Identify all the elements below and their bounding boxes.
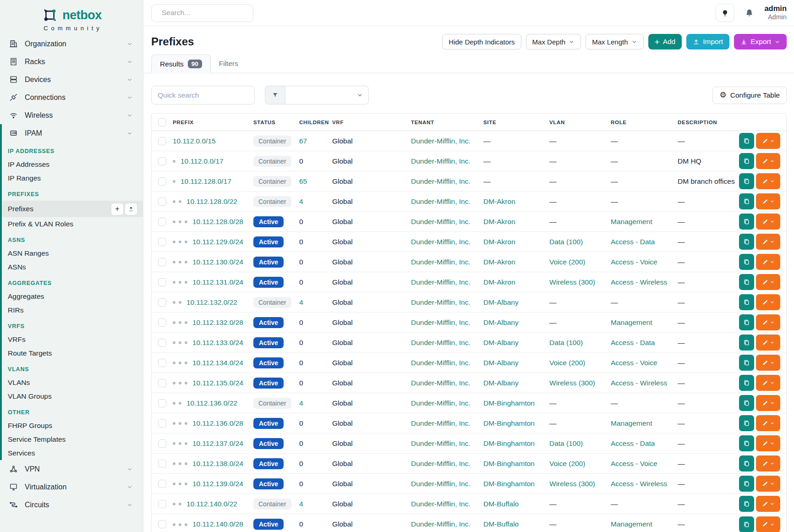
children-count-link[interactable]: 4 bbox=[299, 197, 303, 205]
tenant-link[interactable]: Dunder-Mifflin, Inc. bbox=[411, 197, 471, 205]
row-checkbox[interactable] bbox=[158, 379, 166, 387]
vlan-link[interactable]: Wireless (300) bbox=[549, 379, 595, 387]
prefix-link[interactable]: 10.112.133.0/24 bbox=[192, 339, 243, 346]
vlan-link[interactable]: Wireless (300) bbox=[549, 480, 595, 488]
sidebar-item-ip-addresses[interactable]: IP Addresses bbox=[2, 158, 143, 171]
edit-button[interactable] bbox=[756, 214, 780, 230]
sidebar-item-prefix-vlan-roles[interactable]: Prefix & VLAN Roles bbox=[2, 217, 143, 231]
row-checkbox[interactable] bbox=[158, 399, 166, 407]
copy-button[interactable] bbox=[739, 435, 754, 451]
sidebar-item-asns[interactable]: ASNs bbox=[2, 260, 143, 274]
prefix-link[interactable]: 10.112.136.0/22 bbox=[186, 399, 237, 407]
sidebar-item-ip-ranges[interactable]: IP Ranges bbox=[2, 171, 143, 185]
copy-button[interactable] bbox=[739, 415, 754, 431]
tenant-link[interactable]: Dunder-Mifflin, Inc. bbox=[411, 157, 471, 165]
prefix-link[interactable]: 10.112.138.0/24 bbox=[192, 460, 243, 467]
tenant-link[interactable]: Dunder-Mifflin, Inc. bbox=[411, 238, 471, 246]
sidebar-item-fhrp-groups[interactable]: FHRP Groups bbox=[2, 419, 143, 433]
row-checkbox[interactable] bbox=[158, 218, 166, 226]
edit-button[interactable] bbox=[756, 294, 780, 310]
tenant-link[interactable]: Dunder-Mifflin, Inc. bbox=[411, 379, 471, 387]
max-length-button[interactable]: Max Length bbox=[586, 34, 643, 49]
prefix-link[interactable]: 10.112.132.0/22 bbox=[186, 298, 237, 306]
row-checkbox[interactable] bbox=[158, 480, 166, 488]
row-checkbox[interactable] bbox=[158, 520, 166, 528]
prefix-link[interactable]: 10.112.134.0/24 bbox=[192, 359, 243, 367]
tenant-link[interactable]: Dunder-Mifflin, Inc. bbox=[411, 218, 471, 225]
tenant-link[interactable]: Dunder-Mifflin, Inc. bbox=[411, 318, 471, 326]
row-checkbox[interactable] bbox=[158, 157, 166, 165]
row-checkbox[interactable] bbox=[158, 318, 166, 327]
copy-button[interactable] bbox=[739, 496, 754, 512]
sidebar-item-vpn[interactable]: VPN bbox=[0, 460, 143, 478]
edit-button[interactable] bbox=[756, 516, 780, 532]
copy-button[interactable] bbox=[739, 355, 754, 371]
column-header-vlan[interactable]: VLAN bbox=[549, 120, 611, 125]
theme-toggle-button[interactable] bbox=[716, 4, 734, 22]
role-link[interactable]: Access - Wireless bbox=[611, 278, 667, 286]
edit-button[interactable] bbox=[756, 173, 780, 189]
copy-button[interactable] bbox=[739, 516, 754, 532]
children-count-link[interactable]: 4 bbox=[299, 399, 303, 407]
tenant-link[interactable]: Dunder-Mifflin, Inc. bbox=[411, 177, 471, 185]
row-checkbox[interactable] bbox=[158, 238, 166, 246]
site-link[interactable]: DM-Akron bbox=[483, 278, 515, 286]
role-link[interactable]: Access - Wireless bbox=[611, 379, 667, 387]
vlan-link[interactable]: Data (100) bbox=[549, 238, 583, 246]
site-link[interactable]: DM-Buffalo bbox=[483, 520, 519, 528]
tenant-link[interactable]: Dunder-Mifflin, Inc. bbox=[411, 399, 471, 407]
role-link[interactable]: Access - Wireless bbox=[611, 480, 667, 488]
children-count-link[interactable]: 4 bbox=[299, 500, 303, 508]
site-link[interactable]: DM-Albany bbox=[483, 318, 519, 326]
hide-depth-indicators-button[interactable]: Hide Depth Indicators bbox=[442, 34, 521, 49]
export-button[interactable]: Export bbox=[734, 34, 787, 49]
global-search[interactable] bbox=[151, 4, 253, 22]
prefix-link[interactable]: 10.112.135.0/24 bbox=[192, 379, 243, 387]
sidebar-item-racks[interactable]: Racks bbox=[0, 53, 143, 71]
prefix-link[interactable]: 10.112.0.0/15 bbox=[173, 137, 216, 145]
site-link[interactable]: DM-Binghamton bbox=[483, 419, 535, 427]
edit-button[interactable] bbox=[756, 314, 780, 330]
prefix-link[interactable]: 10.112.136.0/28 bbox=[192, 419, 243, 427]
copy-button[interactable] bbox=[739, 274, 754, 290]
edit-button[interactable] bbox=[756, 476, 780, 492]
edit-button[interactable] bbox=[756, 435, 780, 451]
row-checkbox[interactable] bbox=[158, 137, 166, 145]
vlan-link[interactable]: Voice (200) bbox=[549, 359, 585, 367]
sidebar-item-services[interactable]: Services bbox=[2, 446, 143, 460]
vlan-link[interactable]: Data (100) bbox=[549, 339, 583, 346]
edit-button[interactable] bbox=[756, 274, 780, 290]
edit-button[interactable] bbox=[756, 234, 780, 250]
site-link[interactable]: DM-Albany bbox=[483, 339, 519, 346]
children-count-link[interactable]: 65 bbox=[299, 177, 307, 185]
prefix-link[interactable]: 10.112.137.0/24 bbox=[192, 439, 243, 447]
role-link[interactable]: Access - Voice bbox=[611, 460, 657, 467]
column-header-role[interactable]: ROLE bbox=[611, 120, 678, 125]
tenant-link[interactable]: Dunder-Mifflin, Inc. bbox=[411, 419, 471, 427]
max-depth-button[interactable]: Max Depth bbox=[526, 34, 581, 49]
tenant-link[interactable]: Dunder-Mifflin, Inc. bbox=[411, 298, 471, 306]
edit-button[interactable] bbox=[756, 355, 780, 371]
quick-add-prefix-button[interactable]: + bbox=[111, 203, 124, 215]
sidebar-item-organization[interactable]: Organization bbox=[0, 35, 143, 53]
column-header-description[interactable]: DESCRIPTION bbox=[678, 120, 737, 125]
edit-button[interactable] bbox=[756, 193, 780, 209]
tenant-link[interactable]: Dunder-Mifflin, Inc. bbox=[411, 460, 471, 467]
prefix-link[interactable]: 10.112.131.0/24 bbox=[192, 278, 243, 286]
edit-button[interactable] bbox=[756, 133, 780, 149]
row-checkbox[interactable] bbox=[158, 278, 166, 286]
quick-search-input[interactable] bbox=[151, 86, 255, 104]
prefix-link[interactable]: 10.112.140.0/28 bbox=[192, 520, 243, 528]
sidebar-item-route-targets[interactable]: Route Targets bbox=[2, 346, 143, 360]
role-link[interactable]: Access - Data bbox=[611, 439, 655, 447]
role-link[interactable]: Management bbox=[611, 419, 652, 427]
site-link[interactable]: DM-Albany bbox=[483, 298, 519, 306]
copy-button[interactable] bbox=[739, 193, 754, 209]
user-menu[interactable]: admin Admin bbox=[764, 4, 787, 21]
quick-import-prefix-button[interactable] bbox=[125, 203, 137, 215]
tenant-link[interactable]: Dunder-Mifflin, Inc. bbox=[411, 278, 471, 286]
column-header-children[interactable]: CHILDREN bbox=[299, 120, 332, 125]
site-link[interactable]: DM-Binghamton bbox=[483, 460, 535, 467]
sidebar-item-wireless[interactable]: Wireless bbox=[0, 106, 143, 124]
copy-button[interactable] bbox=[739, 476, 754, 492]
